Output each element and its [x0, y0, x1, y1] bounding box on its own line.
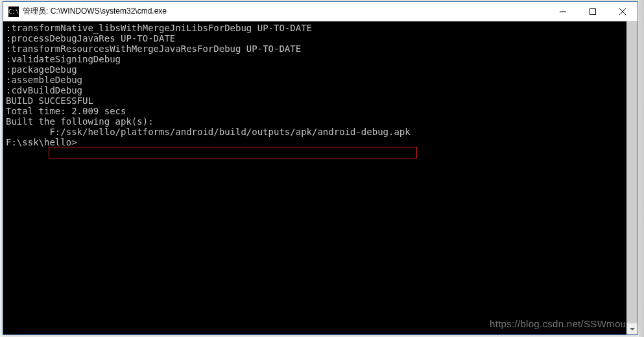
highlight-annotation	[49, 147, 417, 158]
close-button[interactable]	[608, 2, 638, 21]
terminal-area[interactable]: :transformNative_libsWithMergeJniLibsFor…	[3, 21, 638, 334]
build-successful: BUILD SUCCESSFUL	[6, 95, 635, 106]
output-line: :transformNative_libsWithMergeJniLibsFor…	[6, 23, 635, 33]
titlebar[interactable]: C:\ 管理员: C:\WINDOWS\system32\cmd.exe	[3, 2, 638, 21]
output-line: :processDebugJavaRes UP-TO-DATE	[6, 33, 635, 44]
prompt: F:\ssk\hello>	[6, 137, 635, 147]
cmd-icon: C:\	[8, 6, 19, 17]
svg-rect-1	[590, 9, 596, 15]
output-line: :validateSigningDebug	[6, 54, 635, 64]
cmd-window: C:\ 管理员: C:\WINDOWS\system32\cmd.exe :tr…	[3, 1, 638, 335]
window-title: 管理员: C:\WINDOWS\system32\cmd.exe	[23, 6, 548, 17]
output-line: :assembleDebug	[6, 75, 635, 85]
scrollbar-thumb[interactable]	[626, 21, 638, 328]
output-line: :transformResourcesWithMergeJavaResForDe…	[6, 44, 635, 54]
output-line: :cdvBuildDebug	[6, 85, 635, 95]
watermark: https://blog.csdn.net/SSWmous	[490, 319, 631, 329]
total-time: Total time: 2.009 secs	[6, 106, 635, 116]
minimize-button[interactable]	[548, 2, 578, 21]
page-right-edge	[639, 0, 644, 337]
window-controls	[548, 2, 638, 21]
apk-path: F:/ssk/hello/platforms/android/build/out…	[6, 127, 635, 137]
scrollbar[interactable]	[626, 21, 638, 334]
maximize-button[interactable]	[578, 2, 608, 21]
output-line: :packageDebug	[6, 64, 635, 75]
built-apk-label: Built the following apk(s):	[6, 116, 635, 127]
